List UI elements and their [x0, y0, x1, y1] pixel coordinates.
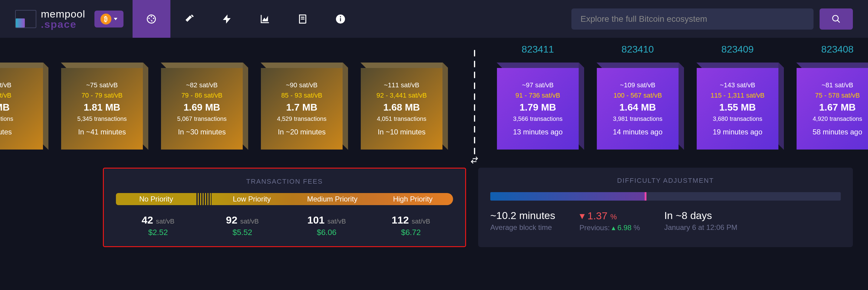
diff-col-change: ▾ 1.37 % Previous: ▴ 6.98 % [580, 210, 640, 232]
block-time: In ~41 minutes [78, 128, 126, 136]
block-range: 75 - 578 sat/vB [815, 92, 860, 99]
block-fee: ~75 sat/vB [86, 81, 118, 89]
block-tx: sactions [0, 115, 13, 122]
mined-block[interactable]: 823411 ~97 sat/vB 91 - 736 sat/vB 1.79 M… [497, 44, 579, 149]
diff-col-avgtime: ~10.2 minutes Average block time [490, 210, 555, 232]
mempool-block[interactable]: ~90 sat/vB 85 - 93 sat/vB 1.7 MB 4,529 t… [261, 44, 343, 149]
block-size: MB [0, 102, 10, 113]
block-tx: 3,566 transactions [513, 115, 562, 122]
svg-rect-1 [340, 18, 341, 22]
search-icon [831, 14, 841, 24]
mined-block[interactable]: 823410 ~109 sat/vB 100 - 567 sat/vB 1.64… [597, 44, 679, 149]
fee-col-low: 92 sat/vB $5.52 [200, 214, 285, 237]
fee-seg-medium: Medium Priority [292, 193, 373, 205]
fee-seg-divider [196, 193, 212, 205]
fee-rate: 112 sat/vB [369, 214, 453, 226]
fee-values: 42 sat/vB $2.52 92 sat/vB $5.52 101 sat/… [116, 214, 453, 237]
mempool-blocks: sat/vB sat/vB MB sactions inutes ~75 sat… [0, 38, 473, 168]
block-tx: 5,067 transactions [177, 115, 226, 122]
block-height[interactable]: 823410 [622, 44, 654, 56]
diff-col-next: In ~8 days January 6 at 12:06 PM [664, 210, 737, 232]
pickaxe-icon [184, 13, 195, 25]
block-fee: ~82 sat/vB [186, 81, 218, 89]
diff-next: In ~8 days [664, 210, 737, 221]
block-tx: 4,529 transactions [277, 115, 326, 122]
block-fee: ~97 sat/vB [522, 81, 554, 89]
logo[interactable]: mempool .space [15, 9, 85, 29]
block-fee: sat/vB [0, 81, 11, 89]
logo-text-top: mempool [41, 9, 85, 19]
logo-icon [15, 10, 36, 28]
mempool-block[interactable]: ~111 sat/vB 92 - 3,441 sat/vB 1.68 MB 4,… [361, 44, 442, 149]
mempool-block[interactable]: sat/vB sat/vB MB sactions inutes [0, 44, 43, 149]
search-wrap [571, 8, 853, 30]
diff-prev: Previous: ▴ 6.98 % [580, 223, 640, 232]
svg-point-2 [340, 16, 341, 17]
avg-block-label: Average block time [490, 223, 555, 232]
swap-icon[interactable] [470, 155, 479, 165]
block-height[interactable]: 823409 [721, 44, 754, 56]
fee-usd: $5.52 [200, 228, 285, 237]
mined-block[interactable]: 823408 ~81 sat/vB 75 - 578 sat/vB 1.67 M… [797, 44, 868, 149]
block-time: In ~20 minutes [278, 128, 326, 136]
block-time: inutes [0, 128, 12, 136]
fee-seg-low: Low Priority [212, 193, 292, 205]
block-tx: 5,345 transactions [77, 115, 126, 122]
fee-seg-high: High Priority [373, 193, 453, 205]
block-tx: 3,981 transactions [613, 115, 662, 122]
nav-dashboard[interactable] [132, 0, 170, 38]
fee-seg-no: No Priority [116, 193, 196, 205]
bolt-icon [221, 13, 232, 25]
difficulty-progress [490, 192, 841, 201]
network-selector[interactable]: ₿ [94, 10, 123, 28]
mempool-block[interactable]: ~75 sat/vB 70 - 79 sat/vB 1.81 MB 5,345 … [61, 44, 143, 149]
fee-col-no: 42 sat/vB $2.52 [116, 214, 200, 237]
block-tx: 4,051 transactions [377, 115, 426, 122]
logo-text: mempool .space [41, 9, 85, 29]
block-size: 1.7 MB [286, 102, 317, 113]
nav-lightning[interactable] [208, 0, 246, 38]
block-height[interactable]: 823411 [522, 44, 554, 56]
block-range: 91 - 736 sat/vB [516, 92, 560, 99]
transaction-fees-card: TRANSACTION FEES No Priority Low Priorit… [103, 168, 466, 247]
nav-graphs[interactable] [246, 0, 284, 38]
search-input[interactable] [571, 8, 813, 30]
block-fee: ~81 sat/vB [822, 81, 854, 89]
info-icon [335, 13, 346, 25]
block-height[interactable]: 823408 [822, 44, 854, 56]
nav-mining[interactable] [170, 0, 208, 38]
fee-col-high: 112 sat/vB $6.72 [369, 214, 453, 237]
mined-blocks: 823411 ~97 sat/vB 91 - 736 sat/vB 1.79 M… [473, 38, 868, 168]
block-time: 19 minutes ago [713, 128, 763, 136]
block-tx: 4,920 transactions [813, 115, 862, 122]
fee-usd: $6.72 [369, 228, 453, 237]
block-range: 115 - 1,311 sat/vB [711, 92, 765, 99]
block-size: 1.55 MB [719, 102, 756, 113]
block-fee: ~143 sat/vB [720, 81, 755, 89]
difficulty-card: DIFFICULTY ADJUSTMENT ~10.2 minutes Aver… [478, 168, 853, 247]
difficulty-columns: ~10.2 minutes Average block time ▾ 1.37 … [490, 210, 841, 232]
nav-about[interactable] [322, 0, 360, 38]
block-range: sat/vB [0, 92, 11, 99]
block-fee: ~109 sat/vB [620, 81, 655, 89]
fee-usd: $6.06 [284, 228, 369, 237]
diff-change: ▾ 1.37 % [580, 210, 640, 222]
avg-block-time: ~10.2 minutes [490, 210, 555, 221]
block-range: 92 - 3,441 sat/vB [376, 92, 427, 99]
block-fee: ~90 sat/vB [286, 81, 318, 89]
block-size: 1.81 MB [84, 102, 120, 113]
mempool-block[interactable]: ~82 sat/vB 79 - 86 sat/vB 1.69 MB 5,067 … [161, 44, 243, 149]
header: mempool .space ₿ [0, 0, 868, 38]
fee-rate: 101 sat/vB [284, 214, 369, 226]
fee-col-medium: 101 sat/vB $6.06 [284, 214, 369, 237]
book-icon [297, 13, 308, 25]
fee-priority-bar: No Priority Low Priority Medium Priority… [116, 193, 453, 205]
block-tx: 3,680 transactions [713, 115, 762, 122]
block-range: 100 - 567 sat/vB [614, 92, 662, 99]
block-divider [474, 50, 475, 158]
search-button[interactable] [819, 8, 853, 30]
nav-docs[interactable] [284, 0, 322, 38]
card-title: TRANSACTION FEES [116, 178, 453, 185]
block-size: 1.64 MB [620, 102, 656, 113]
mined-block[interactable]: 823409 ~143 sat/vB 115 - 1,311 sat/vB 1.… [697, 44, 778, 149]
